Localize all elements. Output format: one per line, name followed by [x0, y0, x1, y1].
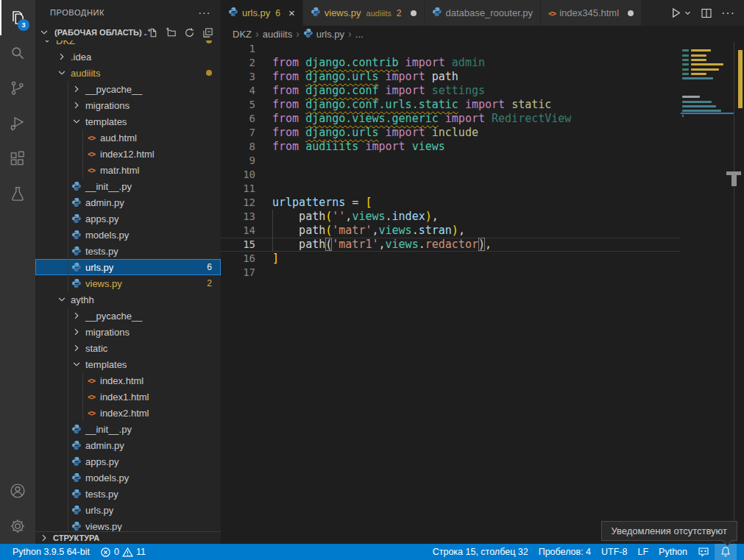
tree-item-apps.py[interactable]: apps.py — [35, 210, 221, 227]
code-line-16[interactable]: 16] — [221, 252, 681, 266]
sidebar-more-actions-icon[interactable]: ··· — [194, 6, 215, 18]
eol-status[interactable]: LF — [632, 544, 653, 560]
tree-item-templates[interactable]: templates — [35, 356, 221, 372]
tree-item-urls.py[interactable]: urls.py6 — [35, 259, 221, 275]
tree-item-index1.html[interactable]: <>index1.html — [35, 389, 221, 405]
line-number[interactable]: 17 — [221, 266, 265, 280]
tree-item-__init__.py[interactable]: __init__.py — [35, 178, 221, 194]
code-area[interactable]: 12from django.contrib import admin3from … — [221, 42, 681, 280]
problems-status[interactable]: 0 11 — [95, 544, 151, 560]
indentation-status[interactable]: Пробелов: 4 — [534, 544, 596, 560]
tree-item-__pycache__[interactable]: __pycache__ — [35, 81, 221, 97]
code-line-15[interactable]: 15 path('matr1',views.redactor), — [221, 238, 681, 252]
minimap[interactable] — [681, 42, 734, 544]
line-number[interactable]: 16 — [221, 252, 265, 266]
line-number[interactable]: 13 — [221, 210, 265, 224]
python-interpreter-status[interactable]: Python 3.9.5 64-bit — [7, 544, 95, 560]
notifications-bell[interactable] — [715, 544, 737, 560]
line-number[interactable]: 5 — [221, 98, 265, 112]
tree-item-matr.html[interactable]: <>matr.html — [35, 162, 221, 178]
tree-item-models.py[interactable]: models.py — [35, 227, 221, 243]
tree-item-urls.py[interactable]: urls.py — [35, 502, 221, 518]
code-editor[interactable]: 12from django.contrib import admin3from … — [221, 42, 744, 544]
tab-views.py[interactable]: views.pyaudiiits2 — [303, 0, 425, 26]
line-number[interactable]: 14 — [221, 224, 265, 238]
feedback-status[interactable] — [692, 544, 715, 560]
tree-item-aythh[interactable]: aythh — [35, 291, 221, 308]
tree-item-index.html[interactable]: <>index.html — [35, 372, 221, 389]
breadcrumb-item-urls.py[interactable]: urls.py — [303, 28, 344, 40]
code-line-11[interactable]: 11 — [221, 182, 681, 196]
line-number[interactable]: 1 — [221, 42, 265, 56]
breadcrumb-item-...[interactable]: ... — [355, 29, 364, 40]
tree-item-admin.py[interactable]: admin.py — [35, 437, 221, 453]
tree-item-admin.py[interactable]: admin.py — [35, 194, 221, 210]
tree-item-tests.py[interactable]: tests.py — [35, 486, 221, 502]
tree-item-index2.html[interactable]: <>index2.html — [35, 405, 221, 421]
activity-explorer-button[interactable]: 3 — [0, 0, 35, 35]
activity-run-debug-button[interactable] — [0, 106, 35, 141]
code-line-10[interactable]: 10 — [221, 168, 681, 182]
tab-close-icon[interactable]: × — [288, 7, 295, 18]
line-number[interactable]: 10 — [221, 168, 265, 182]
tree-item-views.py[interactable]: views.py — [35, 518, 221, 531]
new-folder-icon[interactable] — [166, 27, 177, 38]
tree-item-.idea[interactable]: .idea — [35, 49, 221, 65]
code-line-4[interactable]: 4from django.conf import settings — [221, 84, 681, 98]
breadcrumb-item-audiiits[interactable]: audiiits — [263, 29, 292, 40]
tree-item-index12.html[interactable]: <>index12.html — [35, 146, 221, 162]
run-python-file-icon[interactable] — [670, 7, 682, 19]
tab-database_roouter.py[interactable]: database_roouter.py — [425, 0, 542, 26]
modified-dot-icon[interactable] — [411, 10, 417, 16]
line-number[interactable]: 3 — [221, 70, 265, 84]
tree-item-DKZ[interactable]: DKZ — [35, 40, 221, 49]
code-line-3[interactable]: 3from django.urls import path — [221, 70, 681, 84]
code-line-8[interactable]: 8from audiiits import views — [221, 140, 681, 154]
tree-item-views.py[interactable]: views.py2 — [35, 275, 221, 291]
tree-item-apps.py[interactable]: apps.py — [35, 453, 221, 469]
code-line-2[interactable]: 2from django.contrib import admin — [221, 56, 681, 70]
activity-source-control-button[interactable] — [0, 71, 35, 106]
code-line-1[interactable]: 1 — [221, 42, 681, 56]
activity-testing-button[interactable] — [0, 177, 35, 212]
code-line-7[interactable]: 7from django.urls import include — [221, 126, 681, 140]
line-number[interactable]: 6 — [221, 112, 265, 126]
modified-dot-icon[interactable] — [628, 10, 634, 16]
refresh-icon[interactable] — [184, 27, 195, 38]
run-dropdown-chevron-icon[interactable] — [684, 9, 692, 17]
line-number[interactable]: 12 — [221, 196, 265, 210]
line-number[interactable]: 4 — [221, 84, 265, 98]
line-number[interactable]: 11 — [221, 182, 265, 196]
line-number[interactable]: 8 — [221, 140, 265, 154]
code-line-14[interactable]: 14 path('matr',views.stran), — [221, 224, 681, 238]
tree-item-__init__.py[interactable]: __init__.py — [35, 421, 221, 437]
tree-item-static[interactable]: static — [35, 340, 221, 356]
collapse-all-icon[interactable] — [202, 27, 213, 38]
activity-search-button[interactable] — [0, 35, 35, 71]
code-line-5[interactable]: 5from django.conf.urls.static import sta… — [221, 98, 681, 112]
code-line-17[interactable]: 17 — [221, 266, 681, 280]
code-line-13[interactable]: 13 path('',views.index), — [221, 210, 681, 224]
language-mode-status[interactable]: Python — [653, 544, 692, 560]
line-number[interactable]: 9 — [221, 154, 265, 168]
tab-urls.py[interactable]: urls.py6× — [221, 0, 303, 26]
tree-item-__pycache__[interactable]: __pycache__ — [35, 308, 221, 324]
activity-settings-button[interactable] — [0, 508, 35, 544]
new-file-icon[interactable] — [147, 27, 158, 38]
outline-section-header[interactable]: СТРУКТУРА — [35, 531, 221, 544]
tree-item-templates[interactable]: templates — [35, 113, 221, 130]
encoding-status[interactable]: UTF-8 — [596, 544, 632, 560]
code-line-9[interactable]: 9 — [221, 154, 681, 168]
activity-account-button[interactable] — [0, 473, 35, 508]
code-line-6[interactable]: 6from django.views.generic import Redire… — [221, 112, 681, 126]
activity-extensions-button[interactable] — [0, 141, 35, 177]
breadcrumb-item-DKZ[interactable]: DKZ — [233, 29, 252, 40]
workspace-section-header[interactable]: (РАБОЧАЯ ОБЛАСТЬ) ... — [35, 24, 221, 40]
code-line-12[interactable]: 12urlpatterns = [ — [221, 196, 681, 210]
tab-index345.html[interactable]: <>index345.html — [541, 0, 642, 26]
overview-ruler-scrollbar[interactable] — [734, 42, 744, 544]
line-number[interactable]: 7 — [221, 126, 265, 140]
cursor-position-status[interactable]: Строка 15, столбец 32 — [428, 544, 534, 560]
tree-item-aud.html[interactable]: <>aud.html — [35, 130, 221, 146]
tree-item-migrations[interactable]: migrations — [35, 324, 221, 340]
